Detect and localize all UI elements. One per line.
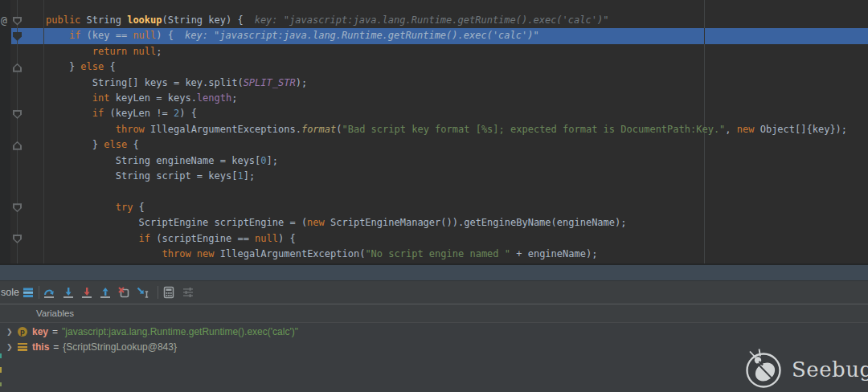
code-token: new [307,217,325,228]
code-token: 1 [237,170,243,182]
code-token: ( [336,124,342,135]
code-token: else [80,61,104,72]
code-line[interactable]: if (keyLen != 2) { [46,106,197,121]
variable-row[interactable]: ❯this={ScriptStringLookup@843} [0,340,868,355]
code-line[interactable]: ScriptEngine scriptEngine = (new ScriptE… [46,215,626,231]
code-line[interactable]: throw new IllegalArgumentException("No s… [46,247,597,262]
code-token: ]; [244,170,255,182]
step-into-icon[interactable] [62,286,75,299]
fold-marker-icon[interactable] [13,32,22,41]
seebug-brand-text: Seebug [792,357,868,382]
code-token [46,124,116,135]
fold-marker-icon[interactable] [13,141,22,150]
code-line[interactable]: return null; [46,44,162,59]
code-token: + engineName); [510,248,597,259]
code-token: throw [162,248,191,259]
code-token: return [92,46,127,57]
annotation-gutter-icon[interactable]: @ [1,13,7,28]
force-step-into-icon[interactable] [80,286,93,299]
debugger-inline-value-hint: key: "javascript:java.lang.Runtime.getRu… [185,30,539,41]
code-token: { [104,61,115,72]
code-line[interactable]: try { [46,200,145,215]
code-token: public [46,14,80,26]
code-token: (scriptEngine == [150,233,255,244]
code-token: { [127,139,138,150]
code-token: null [133,46,156,57]
code-token: IllegalArgumentExceptions. [145,124,301,135]
code-token: Object[]{key}); [754,124,847,135]
expand-chevron-icon[interactable]: ❯ [6,343,16,351]
code-token: (key == [80,30,133,41]
seebug-bug-icon [741,348,786,391]
right-margin-guide-on-highlight [704,28,705,43]
variables-panel[interactable]: ❯pkey="javascript:java.lang.Runtime.getR… [0,323,868,392]
code-token: int [92,92,110,104]
variable-name: key [32,326,48,337]
code-token: try [116,202,133,213]
code-line[interactable]: } else { [46,137,139,153]
code-token: (String key) { [162,14,244,26]
code-token: ; [231,92,237,104]
code-token: if [92,108,104,119]
expand-chevron-icon[interactable]: ❯ [6,328,16,336]
fold-marker-icon[interactable] [13,63,22,72]
code-token: ); [296,77,307,88]
code-line[interactable]: String script = keys[1]; [46,169,255,184]
ide-debug-window: @ public String lookup(String key) {key:… [0,0,868,392]
code-line[interactable]: } else { [46,59,116,75]
code-line[interactable]: int keyLen = keys.length; [46,91,237,106]
code-token: String[] keys = key.split( [46,77,244,88]
code-token: "No script engine named " [365,248,510,259]
fold-marker-icon[interactable] [13,17,22,26]
show-execution-point-icon[interactable] [22,286,35,299]
variable-value: {ScriptStringLookup@843} [63,341,177,353]
fold-marker-icon[interactable] [13,203,22,212]
code-token: IllegalArgumentException( [215,248,366,259]
code-token: new [197,248,215,259]
equals-sign: = [52,326,58,337]
code-editor[interactable]: @ public String lookup(String key) {key:… [0,0,868,263]
seebug-watermark: Seebug [741,348,868,391]
code-token [46,248,162,259]
code-token: } [46,139,104,150]
code-line[interactable]: public String lookup(String key) {key: "… [46,13,608,28]
code-token: ) { [156,30,174,41]
debug-toolbar: sole [0,281,868,304]
fold-marker-icon[interactable] [13,110,22,119]
step-over-icon[interactable] [43,286,55,299]
drop-frame-icon[interactable] [117,286,130,299]
variables-header-bar: Variables [0,304,868,322]
code-token: , [725,124,736,135]
clipped-toolbar-sliver [0,353,2,358]
code-token [46,92,92,104]
console-tab[interactable]: sole [1,281,19,304]
code-token: ) { [278,233,296,244]
code-line[interactable]: if (key == null) {key: "javascript:java.… [46,28,539,43]
code-token: String engineName = keys[ [46,155,260,166]
evaluate-expression-icon[interactable] [162,286,175,299]
code-token: ]; [267,155,278,166]
code-token: if [139,233,150,244]
run-to-cursor-icon[interactable] [136,286,150,299]
code-line[interactable]: String[] keys = key.split(SPLIT_STR); [46,76,307,91]
step-out-icon[interactable] [99,286,112,299]
variables-tab[interactable]: Variables [36,304,74,322]
code-token: ) { [179,108,197,119]
variable-row[interactable]: ❯pkey="javascript:java.lang.Runtime.getR… [0,325,868,340]
code-token [191,248,197,259]
layout-settings-icon[interactable] [182,286,194,299]
code-token: 0 [260,155,266,166]
code-token: String [80,14,127,26]
code-token: ScriptEngine scriptEngine = ( [46,217,307,228]
code-line[interactable]: if (scriptEngine == null) { [46,231,296,247]
code-token [46,108,92,119]
gutter-separator [43,0,44,263]
code-line[interactable]: throw IllegalArgumentExceptions.format("… [46,122,847,137]
editor-left-strip [0,0,10,263]
code-token: { [133,202,144,213]
fold-marker-icon[interactable] [13,235,22,243]
clipped-toolbar-sliver [0,382,2,386]
code-token [46,233,139,244]
code-token: length [197,92,231,104]
code-line[interactable]: String engineName = keys[0]; [46,153,278,169]
